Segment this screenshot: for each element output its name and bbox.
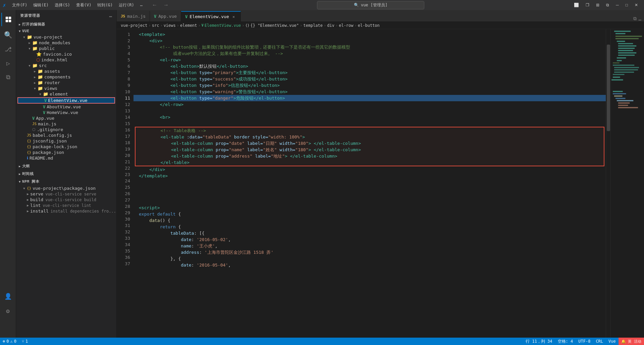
tree-item-src[interactable]: ▼ 📁 src [16, 63, 116, 68]
section-open-editors[interactable]: ▶ 打开的编辑器 [16, 21, 116, 28]
win-minimize[interactable]: ─ [612, 2, 622, 8]
tree-item-elementview[interactable]: V ElementView.vue [17, 97, 115, 104]
breadcrumb-sep7: › [324, 23, 326, 28]
menu-view[interactable]: 查看(V) [73, 1, 94, 9]
section-vue[interactable]: ▼ VUE [16, 28, 116, 34]
section-timeline[interactable]: ▶ 时间线 [16, 170, 116, 178]
tab-elementview[interactable]: V ElementView.vue ✕ [181, 11, 241, 21]
svg-rect-28 [615, 98, 626, 99]
menu-run[interactable]: 运行(R) [116, 1, 137, 9]
nav-forward[interactable]: → [161, 1, 171, 9]
status-notifications[interactable]: 🔔 英 活动 [619, 338, 644, 345]
breadcrumb-views[interactable]: views [164, 23, 176, 28]
tree-item-components[interactable]: ▶ 📁 components [16, 74, 116, 80]
npm-build[interactable]: ▶ build vue-cli-service build [16, 197, 116, 203]
win-btn4[interactable]: ⧉ [603, 2, 612, 8]
section-outline[interactable]: ▶ 大纲 [16, 162, 116, 170]
homeview-label: HomeView.vue [47, 110, 78, 115]
status-errors[interactable]: ⊗ 0 ⚠ 0 [0, 338, 19, 345]
sidebar-title: 资源管理器 [20, 13, 40, 18]
status-lang[interactable]: Vue [606, 338, 619, 345]
menu-more[interactable]: … [138, 1, 145, 9]
code-line-37: date: '2016-05-04', [133, 262, 606, 268]
svg-rect-24 [611, 79, 623, 80]
tree-item-index-html[interactable]: ⬡ index.html [16, 57, 116, 63]
activity-settings[interactable]: ⚙ [1, 304, 15, 318]
breadcrumb-elbutton[interactable]: el-button [358, 23, 380, 28]
tab-split-editor[interactable]: ⧉ [633, 16, 637, 21]
activity-explorer[interactable] [1, 13, 15, 26]
tab-label-elementview: ElementView.vue [190, 14, 229, 19]
tree-item-router[interactable]: ▶ 📁 router [16, 80, 116, 85]
tree-item-views[interactable]: ▼ 📁 views [16, 85, 116, 91]
status-spaces[interactable]: 空格: 4 [555, 338, 576, 345]
views-label: views [44, 86, 57, 91]
activity-search[interactable]: 🔍 [1, 28, 15, 42]
tree-item-package-lock[interactable]: {} package-lock.json [16, 144, 116, 150]
status-encoding[interactable]: UTF-8 [576, 338, 593, 345]
section-npm[interactable]: ▼ NPM 脚本 [16, 178, 116, 185]
scrollbar-thumb[interactable] [607, 45, 610, 131]
breadcrumb-file[interactable]: VElementView.vue [202, 23, 241, 28]
tree-item-homeview[interactable]: V HomeView.vue [16, 110, 116, 115]
win-btn2[interactable]: ❐ [582, 2, 593, 8]
tree-item-gitignore[interactable]: ⬡ .gitignore [16, 127, 116, 132]
win-close[interactable]: ✕ [631, 2, 641, 8]
activity-source-control[interactable]: ⎇ [1, 42, 15, 56]
sidebar-more-icon[interactable]: … [109, 13, 112, 18]
tree-item-assets[interactable]: ▶ 📁 assets [16, 68, 116, 74]
activity-debug[interactable]: ▷ [1, 56, 15, 70]
status-eol[interactable]: CRL [593, 338, 606, 345]
tree-item-appvue[interactable]: V App.vue [16, 115, 116, 121]
code-content[interactable]: <template> <div> <!-- button按钮，如果我们复制的组件… [133, 29, 606, 338]
breadcrumb-div[interactable]: div [327, 23, 334, 28]
tree-item-mainjs[interactable]: JS main.js [16, 121, 116, 127]
tree-item-jsconfig[interactable]: {} jsconfig.json [16, 138, 116, 144]
tree-item-vue-project[interactable]: ▼ 📁 vue-project [16, 34, 116, 40]
menu-goto[interactable]: 转到(G) [95, 1, 115, 9]
status-branch[interactable]: ⑂ 1 [19, 338, 31, 345]
npm-install[interactable]: ▶ install install dependencies fro... [16, 208, 116, 214]
tree-item-babel[interactable]: JS babel.config.js [16, 132, 116, 138]
tab-appvue[interactable]: V App.vue [150, 11, 181, 21]
tree-item-favicon[interactable]: ⭐ favicon.ico [16, 51, 116, 57]
breadcrumb-json-elem[interactable]: {}{} "ElementView.vue" [245, 23, 299, 28]
win-btn3[interactable]: ⊞ [593, 2, 603, 8]
breadcrumb-template[interactable]: template [303, 23, 323, 28]
tree-item-public[interactable]: ▼ 📁 public [16, 46, 116, 51]
tab-label-mainjs: main.js [127, 14, 146, 19]
tab-close-elementview[interactable]: ✕ [231, 14, 236, 19]
npm-lint[interactable]: ▶ lint vue-cli-service lint [16, 203, 116, 208]
win-btn1[interactable]: ⬜ [571, 2, 582, 8]
breadcrumb-element[interactable]: element [180, 23, 197, 28]
menu-select[interactable]: 选择(S) [52, 1, 73, 9]
tree-item-readme[interactable]: ℹ README.md [16, 155, 116, 161]
status-position[interactable]: 行 11，列 34 [523, 338, 555, 345]
tab-mainjs[interactable]: JS main.js [117, 11, 150, 21]
win-maximize[interactable]: □ [622, 2, 631, 8]
editor-scrollbar[interactable] [606, 29, 610, 338]
tree-item-element[interactable]: ▼ 📁 element [16, 91, 116, 97]
tree-item-package-json[interactable]: {} package.json [16, 150, 116, 155]
tree-item-node-modules[interactable]: ▶ 📁 node_modules [16, 40, 116, 46]
npm-serve[interactable]: ▶ serve vue-cli-service serve [16, 191, 116, 197]
svg-rect-27 [614, 96, 623, 97]
activity-account[interactable]: 👤 [1, 289, 15, 303]
tree-item-aboutview[interactable]: V AboutView.vue [16, 104, 116, 110]
code-editor: 1 2 3 4 5 6 7 8 9 10 11 12 13 14 15 16 1… [117, 29, 644, 338]
app-icon: ✗ [3, 2, 6, 8]
svg-rect-17 [613, 62, 620, 63]
search-bar[interactable]: 🔍 vue [管理员] [317, 1, 424, 9]
menu-edit[interactable]: 编辑(E) [31, 1, 51, 9]
breadcrumb-src[interactable]: src [152, 23, 159, 28]
tab-label-appvue: App.vue [158, 14, 177, 19]
breadcrumb-vue-project[interactable]: vue-project [121, 23, 147, 28]
tree-arrow-node-modules: ▶ [27, 41, 32, 45]
npm-project[interactable]: ▼ {} vue-project\package.json [16, 185, 116, 191]
tab-more[interactable]: … [639, 16, 641, 21]
code-line-24 [133, 179, 606, 185]
nav-back[interactable]: ← [150, 1, 159, 9]
breadcrumb-elrow[interactable]: el-row [339, 23, 353, 28]
menu-file[interactable]: 文件(F) [9, 1, 30, 9]
activity-extensions[interactable]: ⧉ [1, 70, 15, 84]
